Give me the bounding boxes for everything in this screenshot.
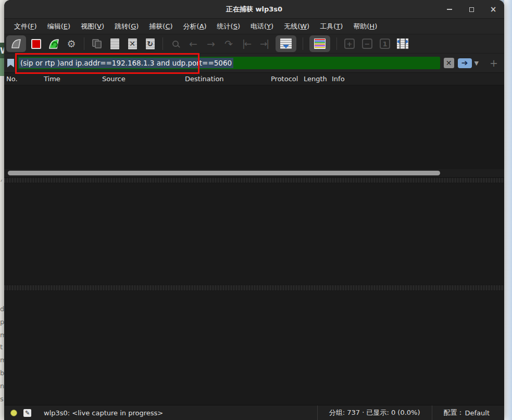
desktop-text-fragment: t [0, 343, 3, 351]
desktop-text-fragment: W [0, 46, 4, 56]
desktop-text-fragment: d [0, 305, 4, 313]
menu-capture[interactable]: 捕获(C) [144, 20, 177, 33]
zoom-normal-icon: 1 [380, 39, 390, 49]
desktop-text-fragment: b [0, 369, 4, 377]
menu-telephony[interactable]: 电话(Y) [246, 20, 278, 33]
pane-splitter[interactable] [4, 285, 504, 291]
go-to-packet-button[interactable]: ↷ [221, 36, 236, 52]
menu-tools[interactable]: 工具(T) [315, 20, 347, 33]
go-forward-button[interactable]: → [203, 36, 219, 52]
reload-file-button[interactable]: ↻ [142, 36, 158, 52]
menu-go[interactable]: 跳转(G) [110, 20, 143, 33]
column-header-protocol[interactable]: Protocol [269, 75, 302, 83]
main-toolbar: ⚙ ✕ ↻ ← → ↷ |← →| + − [4, 34, 504, 54]
save-file-button[interactable] [107, 36, 122, 52]
start-capture-button[interactable] [6, 35, 26, 52]
restart-capture-button[interactable] [46, 36, 61, 52]
go-back-button[interactable]: ← [185, 36, 201, 52]
zoom-out-icon: − [362, 39, 372, 49]
zoom-in-icon: + [344, 39, 355, 49]
reload-file-icon: ↻ [146, 39, 155, 49]
menu-statistics[interactable]: 统计(S) [213, 20, 245, 33]
desktop-edge-left: W៸〈dpmtmbns [0, 0, 4, 420]
statusbar-left: ✎ wlp3s0: <live capture in progress> [4, 409, 317, 417]
capture-options-button[interactable]: ⚙ [64, 36, 79, 52]
auto-scroll-button[interactable] [276, 35, 296, 52]
zoom-out-button[interactable]: − [359, 36, 375, 52]
column-header-source[interactable]: Source [100, 75, 183, 83]
close-icon: × [490, 5, 497, 14]
packet-stats: 分组: 737 · 已显示: 0 (0.0%) [317, 405, 432, 420]
zoom-normal-button[interactable]: 1 [377, 36, 393, 52]
zoom-in-button[interactable]: + [342, 36, 357, 52]
toolbar-separator [336, 37, 337, 50]
gear-icon: ⚙ [67, 39, 76, 49]
menubar: 文件(F) 编辑(E) 视图(V) 跳转(G) 捕获(C) 分析(A) 统计(S… [4, 19, 504, 34]
menu-view[interactable]: 视图(V) [76, 20, 109, 33]
filter-selected-text: (sip or rtp )and ip.addr==192.168.1.3 an… [19, 58, 233, 68]
close-file-icon: ✕ [128, 39, 137, 49]
resize-columns-button[interactable] [395, 36, 410, 52]
desktop-text-fragment: m [0, 331, 4, 339]
scrollbar-thumb[interactable] [8, 171, 440, 175]
maximize-icon [469, 7, 474, 12]
menu-file[interactable]: 文件(F) [9, 20, 42, 33]
profile-value: Default [465, 409, 490, 417]
column-header-no[interactable]: No. [4, 75, 42, 83]
column-header-destination[interactable]: Destination [183, 75, 269, 83]
find-packet-button[interactable] [168, 36, 183, 52]
menu-wireless[interactable]: 无线(W) [279, 20, 314, 33]
packet-list-header: No. Time Source Destination Protocol Len… [4, 73, 504, 85]
toolbar-separator [163, 37, 163, 50]
maximize-button[interactable] [467, 5, 476, 14]
desktop-edge-right [504, 0, 512, 420]
menu-analyze[interactable]: 分析(A) [179, 20, 211, 33]
column-header-info[interactable]: Info [330, 75, 504, 83]
menu-help[interactable]: 帮助(H) [348, 20, 382, 33]
desktop-text-fragment: p [0, 318, 4, 326]
expert-info-icon[interactable] [10, 410, 17, 416]
minimize-icon [447, 9, 452, 10]
titlebar[interactable]: 正在捕获 wlp3s0 × [4, 0, 504, 19]
column-header-length[interactable]: Length [302, 75, 330, 83]
display-filter-input[interactable]: (sip or rtp )and ip.addr==192.168.1.3 an… [18, 57, 440, 69]
close-button[interactable]: × [489, 5, 498, 14]
resize-columns-icon [397, 39, 408, 49]
forward-arrow-icon: → [207, 39, 215, 49]
window-controls: × [445, 0, 498, 19]
wireshark-window: 正在捕获 wlp3s0 × 文件(F) 编辑(E) 视图(V) 跳转(G) 捕获… [4, 0, 504, 420]
packet-list-pane[interactable] [4, 85, 504, 177]
stop-capture-button[interactable] [28, 36, 44, 52]
colorize-button[interactable] [309, 35, 330, 52]
capture-status-text: wlp3s0: <live capture in progress> [44, 409, 163, 417]
profile-section[interactable]: 配置： Default [432, 405, 505, 420]
menu-edit[interactable]: 编辑(E) [43, 20, 75, 33]
horizontal-scrollbar[interactable] [4, 169, 504, 177]
minimize-button[interactable] [445, 5, 454, 14]
filter-dropdown-caret[interactable]: ▼ [474, 60, 479, 67]
desktop-text-fragment: 〈 [0, 291, 4, 301]
go-last-packet-button[interactable]: →| [256, 36, 272, 52]
apply-filter-button[interactable]: ➔ [458, 58, 472, 68]
close-file-button[interactable]: ✕ [124, 36, 140, 52]
packet-detail-pane[interactable] [4, 183, 504, 285]
desktop-icon-fragment [0, 58, 4, 76]
go-first-packet-button[interactable]: |← [239, 36, 254, 52]
packet-bytes-pane[interactable] [4, 291, 504, 405]
shark-fin-icon [10, 38, 22, 49]
pane-splitter[interactable] [4, 177, 504, 183]
open-file-button[interactable] [89, 36, 105, 52]
add-filter-button[interactable]: + [490, 57, 498, 69]
packet-stats-text: 分组: 737 · 已显示: 0 (0.0%) [329, 408, 420, 417]
bookmark-icon[interactable] [7, 59, 14, 68]
toolbar-separator [84, 37, 84, 50]
open-file-icon [92, 39, 102, 48]
capture-comment-icon[interactable]: ✎ [23, 409, 31, 417]
save-file-icon [110, 39, 119, 49]
search-icon [172, 41, 179, 47]
column-header-time[interactable]: Time [42, 75, 100, 83]
toolbar-separator [303, 37, 303, 50]
auto-scroll-icon [280, 39, 292, 49]
desktop-text-fragment: n [0, 382, 4, 390]
clear-filter-button[interactable]: ✕ [444, 58, 454, 68]
